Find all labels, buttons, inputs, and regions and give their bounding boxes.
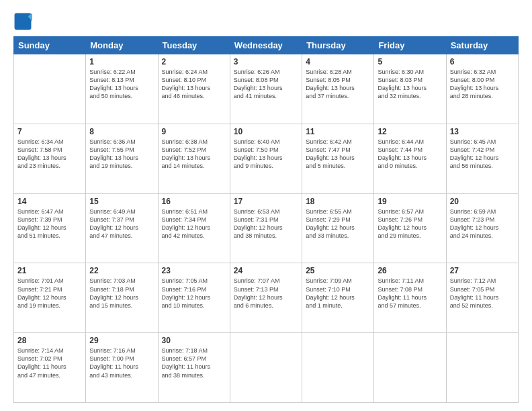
header-row: SundayMondayTuesdayWednesdayThursdayFrid… (14, 37, 519, 54)
day-cell: 25Sunrise: 7:09 AM Sunset: 7:10 PM Dayli… (302, 263, 374, 333)
day-info: Sunrise: 6:24 AM Sunset: 8:10 PM Dayligh… (162, 68, 226, 101)
day-cell: 14Sunrise: 6:47 AM Sunset: 7:39 PM Dayli… (14, 193, 86, 263)
day-number: 22 (89, 266, 154, 275)
day-number: 29 (89, 336, 154, 345)
day-info: Sunrise: 7:01 AM Sunset: 7:21 PM Dayligh… (17, 277, 82, 310)
day-cell (374, 333, 446, 403)
day-info: Sunrise: 7:18 AM Sunset: 6:57 PM Dayligh… (162, 347, 226, 379)
day-number: 13 (450, 127, 515, 136)
day-number: 21 (17, 266, 82, 275)
header-cell-sunday: Sunday (14, 37, 86, 54)
day-number: 30 (162, 336, 226, 345)
day-number: 17 (234, 197, 298, 206)
day-cell: 3Sunrise: 6:26 AM Sunset: 8:08 PM Daylig… (230, 54, 302, 124)
logo-icon (13, 12, 32, 31)
day-number: 24 (234, 266, 298, 275)
day-cell: 2Sunrise: 6:24 AM Sunset: 8:10 PM Daylig… (158, 54, 230, 124)
day-cell: 18Sunrise: 6:55 AM Sunset: 7:29 PM Dayli… (302, 193, 374, 263)
day-cell (446, 333, 518, 403)
day-cell (302, 333, 374, 403)
day-info: Sunrise: 6:53 AM Sunset: 7:31 PM Dayligh… (234, 208, 298, 240)
svg-rect-0 (15, 13, 32, 30)
day-info: Sunrise: 6:32 AM Sunset: 8:00 PM Dayligh… (450, 68, 515, 101)
day-info: Sunrise: 6:28 AM Sunset: 8:05 PM Dayligh… (306, 68, 370, 101)
day-cell: 16Sunrise: 6:51 AM Sunset: 7:34 PM Dayli… (158, 193, 230, 263)
day-cell (14, 54, 86, 124)
day-info: Sunrise: 6:44 AM Sunset: 7:44 PM Dayligh… (378, 138, 442, 171)
day-cell: 11Sunrise: 6:42 AM Sunset: 7:47 PM Dayli… (302, 124, 374, 193)
day-info: Sunrise: 6:57 AM Sunset: 7:26 PM Dayligh… (378, 208, 442, 240)
day-number: 18 (306, 197, 370, 206)
day-info: Sunrise: 6:55 AM Sunset: 7:29 PM Dayligh… (306, 208, 370, 240)
day-cell: 28Sunrise: 7:14 AM Sunset: 7:02 PM Dayli… (14, 333, 86, 403)
day-number: 25 (306, 266, 370, 275)
day-number: 2 (162, 57, 226, 66)
page: SundayMondayTuesdayWednesdayThursdayFrid… (0, 0, 532, 411)
week-row-1: 1Sunrise: 6:22 AM Sunset: 8:13 PM Daylig… (14, 54, 519, 124)
day-info: Sunrise: 7:09 AM Sunset: 7:10 PM Dayligh… (306, 277, 370, 310)
day-number: 4 (306, 57, 370, 66)
day-info: Sunrise: 7:16 AM Sunset: 7:00 PM Dayligh… (89, 347, 154, 379)
day-info: Sunrise: 6:49 AM Sunset: 7:37 PM Dayligh… (89, 208, 154, 240)
day-info: Sunrise: 6:36 AM Sunset: 7:55 PM Dayligh… (89, 138, 154, 171)
week-row-4: 21Sunrise: 7:01 AM Sunset: 7:21 PM Dayli… (14, 263, 519, 333)
day-cell: 21Sunrise: 7:01 AM Sunset: 7:21 PM Dayli… (14, 263, 86, 333)
day-cell: 22Sunrise: 7:03 AM Sunset: 7:18 PM Dayli… (86, 263, 158, 333)
day-info: Sunrise: 6:45 AM Sunset: 7:42 PM Dayligh… (450, 138, 515, 171)
day-number: 15 (89, 197, 154, 206)
day-number: 26 (378, 266, 442, 275)
day-cell: 6Sunrise: 6:32 AM Sunset: 8:00 PM Daylig… (446, 54, 518, 124)
day-info: Sunrise: 6:30 AM Sunset: 8:03 PM Dayligh… (378, 68, 442, 101)
day-number: 3 (234, 57, 298, 66)
day-number: 8 (89, 127, 154, 136)
day-number: 23 (162, 266, 226, 275)
week-row-2: 7Sunrise: 6:34 AM Sunset: 7:58 PM Daylig… (14, 124, 519, 193)
day-info: Sunrise: 6:59 AM Sunset: 7:23 PM Dayligh… (450, 208, 515, 240)
day-number: 7 (17, 127, 82, 136)
day-number: 5 (378, 57, 442, 66)
day-number: 20 (450, 197, 515, 206)
day-cell: 7Sunrise: 6:34 AM Sunset: 7:58 PM Daylig… (14, 124, 86, 193)
day-info: Sunrise: 6:22 AM Sunset: 8:13 PM Dayligh… (89, 68, 154, 101)
day-cell: 5Sunrise: 6:30 AM Sunset: 8:03 PM Daylig… (374, 54, 446, 124)
day-cell: 13Sunrise: 6:45 AM Sunset: 7:42 PM Dayli… (446, 124, 518, 193)
day-info: Sunrise: 6:34 AM Sunset: 7:58 PM Dayligh… (17, 138, 82, 171)
day-info: Sunrise: 7:12 AM Sunset: 7:05 PM Dayligh… (450, 277, 515, 310)
day-cell: 8Sunrise: 6:36 AM Sunset: 7:55 PM Daylig… (86, 124, 158, 193)
header (13, 12, 519, 31)
day-cell: 12Sunrise: 6:44 AM Sunset: 7:44 PM Dayli… (374, 124, 446, 193)
day-info: Sunrise: 7:05 AM Sunset: 7:16 PM Dayligh… (162, 277, 226, 310)
day-number: 10 (234, 127, 298, 136)
day-cell: 30Sunrise: 7:18 AM Sunset: 6:57 PM Dayli… (158, 333, 230, 403)
day-cell: 27Sunrise: 7:12 AM Sunset: 7:05 PM Dayli… (446, 263, 518, 333)
day-cell: 9Sunrise: 6:38 AM Sunset: 7:52 PM Daylig… (158, 124, 230, 193)
day-info: Sunrise: 7:07 AM Sunset: 7:13 PM Dayligh… (234, 277, 298, 310)
header-cell-friday: Friday (374, 37, 446, 54)
day-cell: 26Sunrise: 7:11 AM Sunset: 7:08 PM Dayli… (374, 263, 446, 333)
day-cell: 10Sunrise: 6:40 AM Sunset: 7:50 PM Dayli… (230, 124, 302, 193)
day-cell: 4Sunrise: 6:28 AM Sunset: 8:05 PM Daylig… (302, 54, 374, 124)
week-row-5: 28Sunrise: 7:14 AM Sunset: 7:02 PM Dayli… (14, 333, 519, 403)
day-cell: 19Sunrise: 6:57 AM Sunset: 7:26 PM Dayli… (374, 193, 446, 263)
day-info: Sunrise: 6:51 AM Sunset: 7:34 PM Dayligh… (162, 208, 226, 240)
day-info: Sunrise: 7:03 AM Sunset: 7:18 PM Dayligh… (89, 277, 154, 310)
day-cell: 24Sunrise: 7:07 AM Sunset: 7:13 PM Dayli… (230, 263, 302, 333)
day-number: 14 (17, 197, 82, 206)
day-cell: 1Sunrise: 6:22 AM Sunset: 8:13 PM Daylig… (86, 54, 158, 124)
day-cell: 17Sunrise: 6:53 AM Sunset: 7:31 PM Dayli… (230, 193, 302, 263)
day-info: Sunrise: 7:14 AM Sunset: 7:02 PM Dayligh… (17, 347, 82, 379)
header-cell-thursday: Thursday (302, 37, 374, 54)
day-number: 12 (378, 127, 442, 136)
day-number: 19 (378, 197, 442, 206)
day-number: 9 (162, 127, 226, 136)
day-info: Sunrise: 7:11 AM Sunset: 7:08 PM Dayligh… (378, 277, 442, 310)
day-number: 1 (89, 57, 154, 66)
calendar-table: SundayMondayTuesdayWednesdayThursdayFrid… (13, 36, 519, 403)
day-info: Sunrise: 6:38 AM Sunset: 7:52 PM Dayligh… (162, 138, 226, 171)
day-cell: 15Sunrise: 6:49 AM Sunset: 7:37 PM Dayli… (86, 193, 158, 263)
day-number: 11 (306, 127, 370, 136)
day-cell: 20Sunrise: 6:59 AM Sunset: 7:23 PM Dayli… (446, 193, 518, 263)
day-info: Sunrise: 6:26 AM Sunset: 8:08 PM Dayligh… (234, 68, 298, 101)
day-cell: 23Sunrise: 7:05 AM Sunset: 7:16 PM Dayli… (158, 263, 230, 333)
header-cell-monday: Monday (86, 37, 158, 54)
